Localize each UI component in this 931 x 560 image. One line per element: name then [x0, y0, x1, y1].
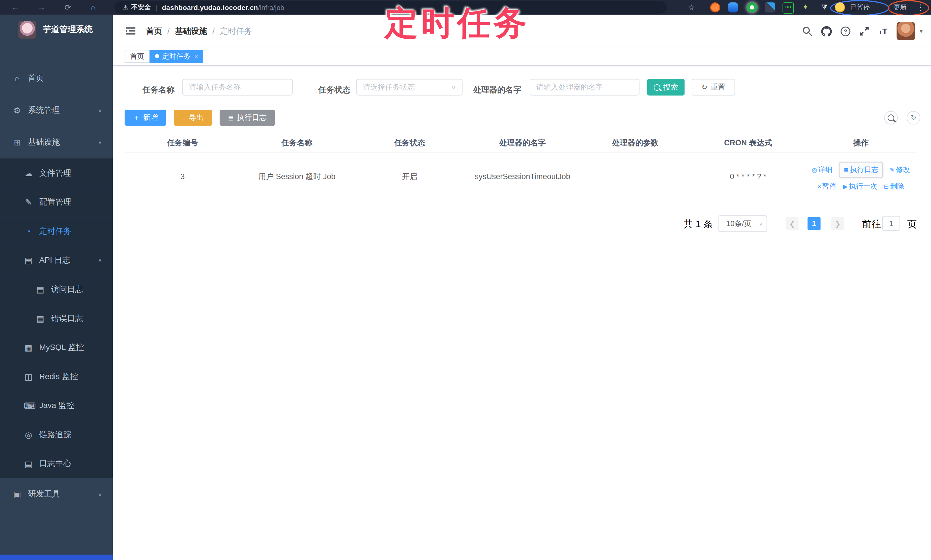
sidebar-item-label: 链路追踪 [39, 429, 71, 440]
add-button-label: 新增 [143, 113, 158, 123]
chevron-right-icon: ❯ [835, 220, 840, 228]
edit-link[interactable]: ✎修改 [890, 164, 910, 176]
browser-home-button[interactable]: ⌂ [87, 0, 99, 15]
exec-log-button[interactable]: ≣执行日志 [220, 110, 275, 126]
mysql-icon: ▦ [24, 343, 33, 352]
goto-page-input[interactable] [882, 216, 900, 231]
search-button-label: 搜索 [663, 82, 678, 92]
extensions-puzzle-button[interactable]: ⧩ [819, 2, 829, 12]
font-size-icon: T T [877, 26, 889, 36]
run-once-link-label: 执行一次 [849, 182, 877, 190]
home-icon: ⌂ [12, 74, 22, 83]
sidebar-item-label: MySQL 监控 [39, 342, 84, 352]
chevron-down-icon: ∨ [451, 84, 456, 91]
browser-menu-button[interactable]: ⋮ [914, 0, 926, 15]
run-once-link[interactable]: ▶执行一次 [843, 181, 877, 192]
extension-icon-grid[interactable] [765, 2, 775, 12]
sidebar-item-tracing[interactable]: ◎ 链路追踪 [0, 420, 113, 449]
col-header-actions: 操作 [805, 134, 917, 152]
job-name-input[interactable] [182, 79, 293, 95]
extension-icon-orange[interactable] [710, 2, 720, 12]
sidebar-item-scheduled-jobs[interactable]: ◔ 定时任务 [0, 217, 113, 246]
extension-icon-blue[interactable] [728, 2, 738, 12]
browser-reload-button[interactable]: ⟳ [62, 0, 74, 15]
next-page-button[interactable]: ❯ [831, 217, 845, 230]
sidebar-collapse-button[interactable] [125, 25, 137, 37]
browser-forward-button[interactable]: → [35, 0, 47, 15]
sidebar: 芋道管理系统 ⌂ 首页 ⚙ 系统管理 ∨ ⊞ 基础设施 ∧ ☁ [0, 15, 113, 560]
cell-job-status: 开启 [353, 152, 466, 202]
breadcrumb-home[interactable]: 首页 [146, 26, 162, 36]
user-avatar[interactable] [897, 22, 915, 40]
breadcrumb-separator: / [168, 27, 170, 35]
sidebar-item-config-mgmt[interactable]: ✎ 配置管理 [0, 188, 113, 217]
tab-scheduled-jobs[interactable]: 定时任务× [150, 50, 203, 63]
cell-handler-name: sysUserSessionTimeoutJob [466, 152, 579, 202]
browser-back-button[interactable]: ← [9, 0, 21, 15]
delete-link[interactable]: ⊟删除 [884, 181, 904, 192]
sidebar-item-error-log[interactable]: ▤ 错误日志 [0, 304, 113, 333]
breadcrumb-current: 定时任务 [220, 26, 252, 36]
gear-icon: ⚙ [12, 106, 22, 115]
row-exec-log-link[interactable]: ≣执行日志 [839, 162, 883, 178]
app-logo[interactable]: 芋道管理系统 [0, 15, 113, 45]
page-number-1[interactable]: 1 [808, 217, 821, 230]
tab-label: 首页 [130, 52, 144, 60]
not-secure-label[interactable]: 不安全 [131, 3, 151, 12]
url-host: dashboard.yudao.iocoder.cn [162, 4, 258, 11]
sidebar-item-dev-tools[interactable]: ▣ 研发工具 ∨ [0, 478, 113, 510]
tab-home[interactable]: 首页 [125, 50, 150, 63]
emoji-extension-avatar[interactable] [835, 2, 845, 12]
sidebar-item-api-log[interactable]: ▤ API 日志 ∧ [0, 246, 113, 275]
sidebar-item-system-mgmt[interactable]: ⚙ 系统管理 ∨ [0, 94, 113, 126]
chevron-up-icon: ∧ [98, 257, 102, 263]
extension-icon-on-badge[interactable]: on [783, 2, 794, 14]
prev-page-button[interactable]: ❮ [786, 217, 799, 230]
log-icon: ▤ [24, 459, 33, 468]
paused-label[interactable]: 已暂停 [850, 0, 870, 15]
refresh-table-button[interactable]: ↻ [907, 111, 920, 125]
font-size-button[interactable]: T T [874, 15, 893, 48]
handler-name-input[interactable] [530, 79, 640, 95]
pagination-total: 共 1 条 [683, 218, 713, 231]
chevron-left-icon: ❮ [789, 220, 795, 228]
sidebar-item-redis-monitor[interactable]: ◫ Redis 监控 [0, 362, 113, 391]
log-list-icon: ≣ [228, 114, 234, 122]
extension-icon-green[interactable] [747, 2, 757, 12]
address-bar[interactable]: ⚠ 不安全 | dashboard.yudao.iocoder.cn/infra… [114, 1, 667, 14]
exec-log-link-label: 执行日志 [850, 165, 879, 174]
sidebar-item-java-monitor[interactable]: ⌨ Java 监控 [0, 391, 113, 420]
sidebar-item-file-mgmt[interactable]: ☁ 文件管理 [0, 158, 113, 188]
reset-button[interactable]: ↻重置 [692, 79, 735, 95]
sidebar-item-label: 访问日志 [51, 284, 83, 294]
play-icon: ▶ [843, 183, 848, 190]
toggle-search-button[interactable] [884, 111, 898, 125]
eye-icon: ◎ [24, 430, 33, 439]
chrome-update-button[interactable]: 更新 [894, 0, 907, 15]
extension-icon-wand[interactable]: ✦ [800, 2, 811, 12]
search-button[interactable]: 搜索 [647, 79, 685, 95]
chevron-down-icon: ∨ [98, 492, 102, 497]
close-icon[interactable]: × [194, 53, 198, 60]
sidebar-item-log-center[interactable]: ▤ 日志中心 [0, 449, 113, 478]
log-icon: ▤ [24, 255, 33, 265]
fullscreen-button[interactable] [855, 15, 874, 48]
user-menu-caret-icon[interactable]: ▾ [920, 28, 923, 34]
breadcrumb-infrastructure[interactable]: 基础设施 [175, 26, 207, 36]
page-size-select[interactable]: 10条/页 ∨ [718, 215, 767, 232]
kebab-menu-icon: ⋮ [916, 3, 924, 12]
github-link-button[interactable] [817, 15, 836, 48]
sidebar-item-home[interactable]: ⌂ 首页 [0, 62, 113, 94]
github-icon [821, 26, 832, 36]
detail-link[interactable]: ◎详细 [812, 164, 832, 176]
sidebar-item-mysql-monitor[interactable]: ▦ MySQL 监控 [0, 333, 113, 362]
job-status-select[interactable]: 请选择任务状态 ∨ [356, 79, 462, 95]
sidebar-item-infrastructure[interactable]: ⊞ 基础设施 ∧ [0, 126, 113, 158]
sidebar-item-access-log[interactable]: ▤ 访问日志 [0, 275, 113, 304]
add-button[interactable]: ＋新增 [125, 110, 166, 126]
bookmark-star-button[interactable]: ☆ [686, 2, 697, 12]
pause-link[interactable]: ×暂停 [818, 181, 837, 192]
help-doc-button[interactable]: ? [836, 15, 855, 48]
export-button[interactable]: ↓导出 [174, 110, 212, 126]
header-search-button[interactable] [798, 15, 817, 48]
